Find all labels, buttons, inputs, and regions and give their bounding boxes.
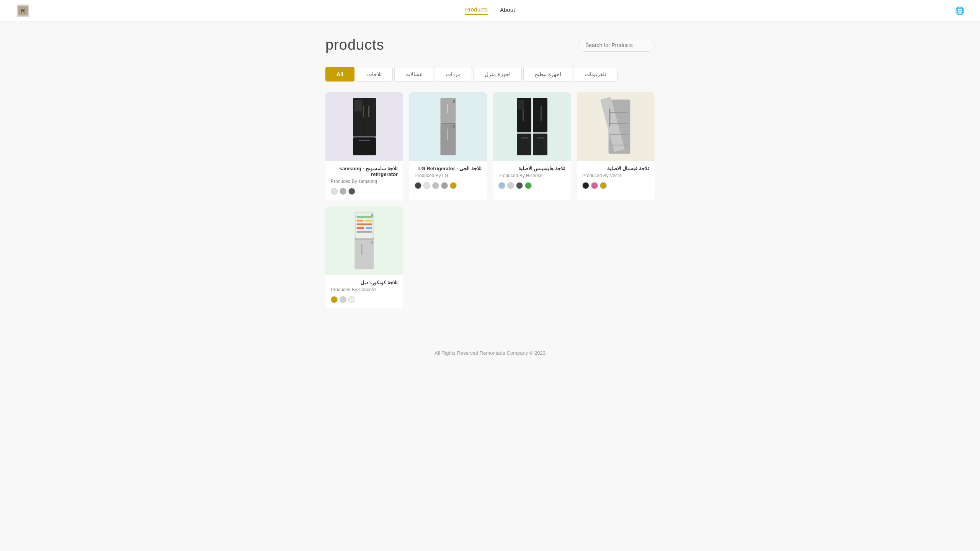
swatch-4-3[interactable]: [600, 182, 607, 189]
filter-tab-washers[interactable]: غسالات: [394, 67, 433, 82]
globe-icon[interactable]: 🌐: [955, 6, 965, 15]
svg-rect-40: [365, 220, 372, 222]
swatch-5-1[interactable]: [331, 296, 338, 303]
swatch-4-2[interactable]: [591, 182, 598, 189]
product-image-3: [515, 96, 549, 157]
svg-rect-29: [609, 112, 627, 113]
svg-rect-42: [357, 227, 364, 229]
swatch-2-5[interactable]: [450, 182, 457, 189]
color-swatches-4: [582, 182, 649, 189]
svg-rect-39: [357, 220, 364, 222]
product-brand-1: Produced By samsung: [331, 179, 398, 184]
svg-rect-25: [537, 137, 545, 139]
product-card-4[interactable]: ثلاجة فيستال الاصلية Produced By Vestel: [577, 92, 655, 200]
color-swatches-5: [331, 296, 398, 303]
search-wrapper: [578, 39, 655, 52]
svg-rect-19: [533, 98, 547, 132]
svg-rect-14: [447, 129, 448, 140]
product-card-2[interactable]: ثلاجة الجى - LG Refrigerator Produced By…: [409, 92, 487, 200]
product-card-5[interactable]: ثلاجة كونكورد دبل Produced By Concord: [325, 206, 403, 308]
nav-links: Products About: [465, 6, 515, 15]
svg-rect-41: [357, 223, 372, 225]
filter-tab-home-appliances[interactable]: اجهزة منزل: [474, 67, 522, 82]
svg-rect-13: [447, 104, 448, 113]
color-swatches-3: [498, 182, 565, 189]
search-input[interactable]: [578, 39, 655, 52]
product-image-wrapper-4: [577, 92, 655, 161]
product-info-5: ثلاجة كونكورد دبل Produced By Concord: [325, 275, 403, 308]
product-info-3: ثلاجة هايسينس الاصلية Produced By Hisens…: [493, 161, 571, 194]
svg-rect-21: [533, 134, 547, 155]
filter-tab-kitchen-appliances[interactable]: اجهزة مطبخ: [523, 67, 572, 82]
product-image-wrapper-3: [493, 92, 571, 161]
product-brand-5: Produced By Concord: [331, 287, 398, 292]
product-name-5: ثلاجة كونكورد دبل: [331, 280, 398, 285]
filter-tab-all[interactable]: All: [325, 67, 354, 82]
swatch-3-4[interactable]: [525, 182, 532, 189]
nav-link-products[interactable]: Products: [465, 6, 488, 15]
product-card-3[interactable]: ثلاجة هايسينس الاصلية Produced By Hisens…: [493, 92, 571, 200]
svg-rect-46: [371, 214, 373, 217]
swatch-2-4[interactable]: [441, 182, 448, 189]
products-grid: ثلاجة سامسونج - samsung refrigerator Pro…: [325, 92, 655, 308]
product-name-3: ثلاجة هايسينس الاصلية: [498, 166, 565, 171]
swatch-2-2[interactable]: [423, 182, 430, 189]
product-image-wrapper-2: [409, 92, 487, 161]
svg-rect-30: [609, 123, 627, 124]
color-swatches-2: [415, 182, 482, 189]
logo[interactable]: R: [15, 3, 31, 18]
swatch-4-1[interactable]: [582, 182, 589, 189]
product-brand-4: Produced By Vestel: [582, 173, 649, 178]
filter-tab-fans[interactable]: مردات: [435, 67, 472, 82]
main-content: products All ثلاجات غسالات مردات اجهزة م…: [318, 21, 662, 339]
product-image-4: [599, 96, 632, 157]
svg-rect-23: [541, 106, 542, 121]
swatch-2-3[interactable]: [432, 182, 439, 189]
footer: All Rights Reserved Remontada Company © …: [0, 339, 980, 367]
product-brand-2: Produced By LG: [415, 173, 482, 178]
swatch-3-2[interactable]: [507, 182, 514, 189]
svg-rect-33: [609, 109, 611, 127]
svg-rect-31: [609, 134, 627, 135]
svg-rect-7: [354, 100, 362, 111]
product-brand-3: Produced By Hisense: [498, 173, 565, 178]
svg-rect-44: [357, 231, 372, 233]
svg-rect-17: [453, 125, 455, 128]
swatch-5-2[interactable]: [340, 296, 346, 303]
product-name-1: ثلاجة سامسونج - samsung refrigerator: [331, 166, 398, 177]
svg-rect-6: [368, 106, 369, 117]
footer-text: All Rights Reserved Remontada Company © …: [434, 350, 546, 356]
swatch-1-1[interactable]: [331, 188, 338, 195]
product-card-1[interactable]: ثلاجة سامسونج - samsung refrigerator Pro…: [325, 92, 403, 200]
svg-rect-32: [609, 145, 627, 145]
swatch-1-2[interactable]: [340, 188, 346, 195]
filter-tab-tvs[interactable]: تلفزيونات: [574, 67, 617, 82]
svg-rect-12: [441, 124, 456, 155]
product-info-1: ثلاجة سامسونج - samsung refrigerator Pro…: [325, 161, 403, 200]
svg-rect-20: [517, 134, 531, 155]
swatch-3-1[interactable]: [498, 182, 505, 189]
svg-rect-15: [441, 123, 456, 124]
svg-rect-45: [361, 244, 363, 255]
svg-rect-16: [453, 100, 455, 103]
color-swatches-1: [331, 188, 398, 195]
page-title: products: [325, 37, 384, 53]
svg-text:R: R: [21, 8, 25, 14]
product-image-5: [352, 210, 377, 271]
svg-rect-24: [521, 137, 529, 139]
swatch-2-1[interactable]: [415, 182, 421, 189]
svg-rect-38: [357, 216, 372, 218]
filter-tab-refrigerators[interactable]: ثلاجات: [356, 67, 393, 82]
product-name-4: ثلاجة فيستال الاصلية: [582, 166, 649, 171]
svg-rect-10: [359, 140, 370, 141]
nav-link-about[interactable]: About: [500, 7, 515, 15]
product-info-4: ثلاجة فيستال الاصلية Produced By Vestel: [577, 161, 655, 194]
product-info-2: ثلاجة الجى - LG Refrigerator Produced By…: [409, 161, 487, 194]
swatch-5-3[interactable]: [348, 296, 355, 303]
filter-tabs: All ثلاجات غسالات مردات اجهزة منزل اجهزة…: [325, 67, 655, 82]
swatch-3-3[interactable]: [516, 182, 523, 189]
product-name-2: ثلاجة الجى - LG Refrigerator: [415, 166, 482, 171]
svg-rect-35: [355, 240, 374, 269]
product-image-wrapper-5: [325, 206, 403, 275]
swatch-1-3[interactable]: [348, 188, 355, 195]
